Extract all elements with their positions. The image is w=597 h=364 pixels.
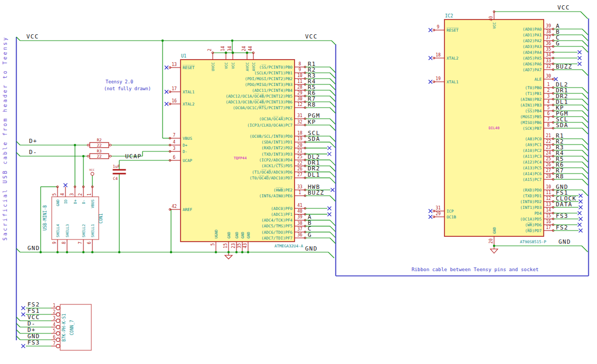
wire[interactable] [582,88,588,93]
net-label[interactable]: BUZZ [556,63,572,70]
wire[interactable] [330,79,336,84]
net-label[interactable]: G [308,232,312,238]
wire[interactable] [582,46,588,52]
u1-ref[interactable]: U1 [181,53,186,59]
wire[interactable] [581,12,588,19]
wire[interactable] [582,128,588,134]
pin-name: (OC0A/OC1C/R̅T̅S̅/PCINT7)PB7 [233,105,292,110]
wire[interactable] [330,119,336,124]
pin-name: (R̅D̅)PD7 [525,228,542,233]
wire[interactable] [582,168,588,174]
label-d-plus[interactable]: D+ [29,138,37,145]
net-label[interactable]: DATA [556,201,572,208]
pin-name: (ADC12/OC1A/O̅C̅4̅B̅/PCINT12)PB5 [226,93,292,98]
label-gnd-left[interactable]: GND [27,245,40,252]
label-vcc-left[interactable]: VCC [26,33,39,40]
pin-name: ICP [447,209,454,214]
pin-name: XTAL1 [183,90,195,94]
net-label[interactable]: DL1 [308,171,320,178]
label-gnd-right[interactable]: GND [558,238,571,245]
wire[interactable] [582,190,588,196]
wire[interactable] [582,35,588,41]
wire[interactable] [582,70,588,75]
conn7[interactable]: B7K-PH-K-S1CONN_71FS22FS13VCC4D-5D+6GND7… [16,301,91,350]
net-label[interactable]: BUZZ [308,189,324,196]
wire[interactable] [330,73,336,79]
wire[interactable] [582,111,588,117]
net-label[interactable]: R8 [308,101,316,108]
pin-number: 2 [207,49,212,51]
net-label[interactable]: FS3 [27,339,40,346]
wire[interactable] [582,156,588,162]
usb-connector[interactable]: USB-MINI-BCON15GND4ID3D+2D-1VBUS9SHELL48… [43,184,103,253]
u1-footprint: TQFP44 [234,156,247,160]
net-label[interactable]: KP [308,119,316,126]
wire[interactable] [330,160,336,166]
wire[interactable] [330,226,336,232]
wire[interactable] [330,67,336,73]
pin-name: (A12)PC4 [523,160,542,165]
wire[interactable] [582,139,588,145]
pin-number: 3 [173,146,176,151]
no-connect-icon [331,188,335,192]
conn7-pin-7[interactable]: 7FS3 [22,339,60,348]
label-gnd-mid[interactable]: GND [305,245,317,252]
net-label[interactable]: SDA [556,122,568,129]
wire[interactable] [330,102,336,108]
pin-name: AVCC [252,62,256,71]
pin-end-circle [56,313,60,317]
wire[interactable] [330,178,336,184]
wire[interactable] [330,84,336,90]
wire[interactable] [330,238,336,244]
wire[interactable] [328,252,334,258]
net-label[interactable]: G [556,40,560,47]
wire[interactable] [330,90,336,96]
wire[interactable] [330,136,336,142]
net-label[interactable]: FS2 [556,224,568,231]
wire[interactable] [582,41,588,46]
wire[interactable] [582,150,588,156]
wire[interactable] [330,232,336,238]
wire[interactable] [582,179,588,185]
wire[interactable] [582,117,588,122]
wire[interactable] [330,220,336,226]
wire[interactable] [582,145,588,150]
no-connect-icon [554,78,558,81]
pin-number: 30 [297,97,302,101]
wire[interactable] [331,41,336,45]
no-connect-icon [429,80,432,84]
conn7-pin-4[interactable]: 4D- [16,320,60,329]
label-vcc-mid[interactable]: VCC [305,33,317,40]
cap-value: 1uF [112,164,120,169]
ic2-ref[interactable]: IC2 [445,13,453,18]
ic2-symbol[interactable]: IC2AT90S8515-PDIL409R̅E̅S̅E̅T̅18XTAL219X… [429,11,588,246]
wire[interactable] [582,105,588,111]
resistor-r3[interactable]: R322 [87,149,111,159]
wire[interactable] [330,196,336,202]
wire[interactable] [330,172,336,178]
label-d-minus[interactable]: D- [29,149,37,156]
wire[interactable] [330,108,336,113]
u1-symbol[interactable]: U1ATMEGA32U4-ATQFP4413R̅E̅S̅E̅T̅17XTAL11… [165,46,336,252]
pin-name: (INT0)PD2 [520,199,542,204]
wire[interactable] [330,166,336,172]
wire[interactable] [330,125,336,131]
wire[interactable] [582,122,588,128]
wire[interactable] [582,174,588,179]
wire[interactable] [582,162,588,168]
wire[interactable] [582,246,588,252]
pin-number: 24 [546,151,551,156]
usb-ref[interactable]: CON1 [99,213,103,223]
net-label[interactable]: R8 [556,173,564,180]
net-label[interactable]: SDA [308,136,320,142]
net-label[interactable]: FS3 [556,213,568,219]
label-ucap[interactable]: UCAP [125,153,141,160]
label-vcc-right[interactable]: VCC [557,4,570,11]
wire[interactable] [582,29,588,35]
wire[interactable] [330,96,336,102]
wire[interactable] [582,99,588,105]
resistor-r2[interactable]: R222 [87,138,111,148]
wire[interactable] [582,93,588,99]
pin-number: 20 [297,143,302,148]
conn7-ref[interactable]: CONN_7 [70,320,74,335]
